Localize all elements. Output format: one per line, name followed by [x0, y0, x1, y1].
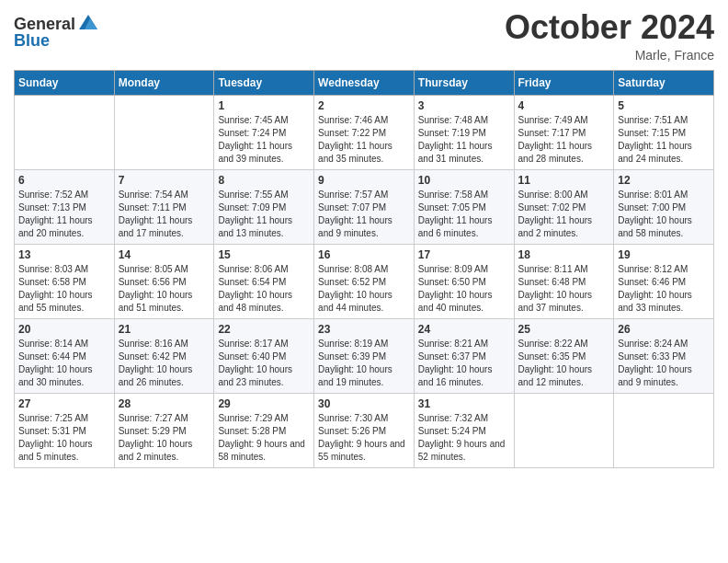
month-title: October 2024 — [505, 9, 714, 46]
day-number: 17 — [418, 248, 510, 261]
calendar-cell: 9Sunrise: 7:57 AMSunset: 7:07 PMDaylight… — [314, 169, 415, 244]
col-saturday: Saturday — [614, 70, 714, 95]
calendar-cell: 1Sunrise: 7:45 AMSunset: 7:24 PMDaylight… — [214, 95, 314, 169]
calendar-cell: 22Sunrise: 8:17 AMSunset: 6:40 PMDayligh… — [214, 318, 314, 393]
day-number: 24 — [418, 323, 510, 336]
calendar-cell — [15, 95, 115, 169]
header-area: General Blue October 2024 Marle, France — [14, 9, 714, 63]
calendar-cell: 14Sunrise: 8:05 AMSunset: 6:56 PMDayligh… — [114, 244, 214, 318]
day-number: 25 — [518, 323, 610, 336]
calendar-cell: 7Sunrise: 7:54 AMSunset: 7:11 PMDaylight… — [114, 169, 214, 244]
day-number: 14 — [119, 248, 210, 261]
cell-info: Sunrise: 7:46 AMSunset: 7:22 PMDaylight:… — [318, 114, 410, 166]
day-number: 3 — [418, 99, 510, 112]
cell-info: Sunrise: 7:49 AMSunset: 7:17 PMDaylight:… — [518, 114, 610, 166]
day-number: 18 — [518, 248, 610, 261]
cell-info: Sunrise: 7:25 AMSunset: 5:31 PMDaylight:… — [18, 412, 110, 464]
day-number: 1 — [218, 99, 310, 112]
cell-info: Sunrise: 7:32 AMSunset: 5:24 PMDaylight:… — [418, 412, 510, 464]
calendar-row-3: 20Sunrise: 8:14 AMSunset: 6:44 PMDayligh… — [15, 318, 714, 393]
cell-info: Sunrise: 7:30 AMSunset: 5:26 PMDaylight:… — [318, 412, 410, 464]
calendar-cell: 12Sunrise: 8:01 AMSunset: 7:00 PMDayligh… — [614, 169, 714, 244]
calendar-cell: 25Sunrise: 8:22 AMSunset: 6:35 PMDayligh… — [514, 318, 614, 393]
day-number: 21 — [119, 323, 210, 336]
title-area: October 2024 Marle, France — [505, 9, 714, 63]
day-number: 23 — [318, 323, 410, 336]
cell-info: Sunrise: 8:06 AMSunset: 6:54 PMDaylight:… — [218, 263, 310, 315]
cell-info: Sunrise: 7:54 AMSunset: 7:11 PMDaylight:… — [119, 189, 210, 240]
col-monday: Monday — [114, 70, 214, 95]
day-number: 15 — [218, 248, 310, 261]
cell-info: Sunrise: 8:17 AMSunset: 6:40 PMDaylight:… — [218, 338, 310, 389]
calendar-cell: 11Sunrise: 8:00 AMSunset: 7:02 PMDayligh… — [514, 169, 614, 244]
calendar-cell: 2Sunrise: 7:46 AMSunset: 7:22 PMDaylight… — [314, 95, 415, 169]
day-number: 22 — [218, 323, 310, 336]
logo-blue: Blue — [14, 31, 50, 51]
calendar-cell: 30Sunrise: 7:30 AMSunset: 5:26 PMDayligh… — [314, 393, 415, 467]
day-number: 10 — [418, 174, 510, 187]
col-tuesday: Tuesday — [214, 70, 314, 95]
calendar-row-1: 6Sunrise: 7:52 AMSunset: 7:13 PMDaylight… — [15, 169, 714, 244]
calendar-cell: 20Sunrise: 8:14 AMSunset: 6:44 PMDayligh… — [15, 318, 115, 393]
location: Marle, France — [505, 48, 714, 63]
cell-info: Sunrise: 8:08 AMSunset: 6:52 PMDaylight:… — [318, 263, 410, 315]
cell-info: Sunrise: 8:01 AMSunset: 7:00 PMDaylight:… — [618, 189, 710, 240]
calendar-cell: 6Sunrise: 7:52 AMSunset: 7:13 PMDaylight… — [15, 169, 115, 244]
day-number: 6 — [18, 174, 110, 187]
day-number: 16 — [318, 248, 410, 261]
col-thursday: Thursday — [414, 70, 514, 95]
cell-info: Sunrise: 7:52 AMSunset: 7:13 PMDaylight:… — [18, 189, 110, 240]
calendar-cell: 24Sunrise: 8:21 AMSunset: 6:37 PMDayligh… — [414, 318, 514, 393]
day-number: 29 — [218, 397, 310, 410]
calendar-cell: 4Sunrise: 7:49 AMSunset: 7:17 PMDaylight… — [514, 95, 614, 169]
day-number: 28 — [119, 397, 210, 410]
calendar-cell: 19Sunrise: 8:12 AMSunset: 6:46 PMDayligh… — [614, 244, 714, 318]
cell-info: Sunrise: 8:14 AMSunset: 6:44 PMDaylight:… — [18, 338, 110, 389]
col-wednesday: Wednesday — [314, 70, 415, 95]
cell-info: Sunrise: 7:48 AMSunset: 7:19 PMDaylight:… — [418, 114, 510, 166]
logo: General Blue — [14, 13, 99, 51]
calendar-cell: 28Sunrise: 7:27 AMSunset: 5:29 PMDayligh… — [114, 393, 214, 467]
day-number: 27 — [18, 397, 110, 410]
calendar-cell: 3Sunrise: 7:48 AMSunset: 7:19 PMDaylight… — [414, 95, 514, 169]
calendar-cell: 8Sunrise: 7:55 AMSunset: 7:09 PMDaylight… — [214, 169, 314, 244]
day-number: 26 — [618, 323, 710, 336]
cell-info: Sunrise: 7:58 AMSunset: 7:05 PMDaylight:… — [418, 189, 510, 240]
day-number: 4 — [518, 99, 610, 112]
calendar-table: Sunday Monday Tuesday Wednesday Thursday… — [14, 70, 714, 468]
day-number: 9 — [318, 174, 410, 187]
calendar-cell: 10Sunrise: 7:58 AMSunset: 7:05 PMDayligh… — [414, 169, 514, 244]
cell-info: Sunrise: 7:45 AMSunset: 7:24 PMDaylight:… — [218, 114, 310, 166]
calendar-cell — [514, 393, 614, 467]
calendar-cell: 29Sunrise: 7:29 AMSunset: 5:28 PMDayligh… — [214, 393, 314, 467]
header-row: Sunday Monday Tuesday Wednesday Thursday… — [15, 70, 714, 95]
logo-icon — [77, 13, 99, 35]
calendar-row-4: 27Sunrise: 7:25 AMSunset: 5:31 PMDayligh… — [15, 393, 714, 467]
cell-info: Sunrise: 8:00 AMSunset: 7:02 PMDaylight:… — [518, 189, 610, 240]
day-number: 31 — [418, 397, 510, 410]
calendar-cell — [614, 393, 714, 467]
calendar-cell: 31Sunrise: 7:32 AMSunset: 5:24 PMDayligh… — [414, 393, 514, 467]
day-number: 20 — [18, 323, 110, 336]
day-number: 7 — [119, 174, 210, 187]
calendar-cell: 26Sunrise: 8:24 AMSunset: 6:33 PMDayligh… — [614, 318, 714, 393]
calendar-row-0: 1Sunrise: 7:45 AMSunset: 7:24 PMDaylight… — [15, 95, 714, 169]
day-number: 8 — [218, 174, 310, 187]
cell-info: Sunrise: 7:29 AMSunset: 5:28 PMDaylight:… — [218, 412, 310, 464]
cell-info: Sunrise: 8:09 AMSunset: 6:50 PMDaylight:… — [418, 263, 510, 315]
cell-info: Sunrise: 7:51 AMSunset: 7:15 PMDaylight:… — [618, 114, 710, 166]
cell-info: Sunrise: 8:11 AMSunset: 6:48 PMDaylight:… — [518, 263, 610, 315]
cell-info: Sunrise: 7:57 AMSunset: 7:07 PMDaylight:… — [318, 189, 410, 240]
calendar-cell: 18Sunrise: 8:11 AMSunset: 6:48 PMDayligh… — [514, 244, 614, 318]
cell-info: Sunrise: 8:16 AMSunset: 6:42 PMDaylight:… — [119, 338, 210, 389]
calendar-cell: 17Sunrise: 8:09 AMSunset: 6:50 PMDayligh… — [414, 244, 514, 318]
calendar-cell: 27Sunrise: 7:25 AMSunset: 5:31 PMDayligh… — [15, 393, 115, 467]
calendar-cell — [114, 95, 214, 169]
calendar-cell: 16Sunrise: 8:08 AMSunset: 6:52 PMDayligh… — [314, 244, 415, 318]
day-number: 13 — [18, 248, 110, 261]
day-number: 30 — [318, 397, 410, 410]
cell-info: Sunrise: 7:27 AMSunset: 5:29 PMDaylight:… — [119, 412, 210, 464]
calendar-cell: 23Sunrise: 8:19 AMSunset: 6:39 PMDayligh… — [314, 318, 415, 393]
cell-info: Sunrise: 8:24 AMSunset: 6:33 PMDaylight:… — [618, 338, 710, 389]
cell-info: Sunrise: 8:22 AMSunset: 6:35 PMDaylight:… — [518, 338, 610, 389]
